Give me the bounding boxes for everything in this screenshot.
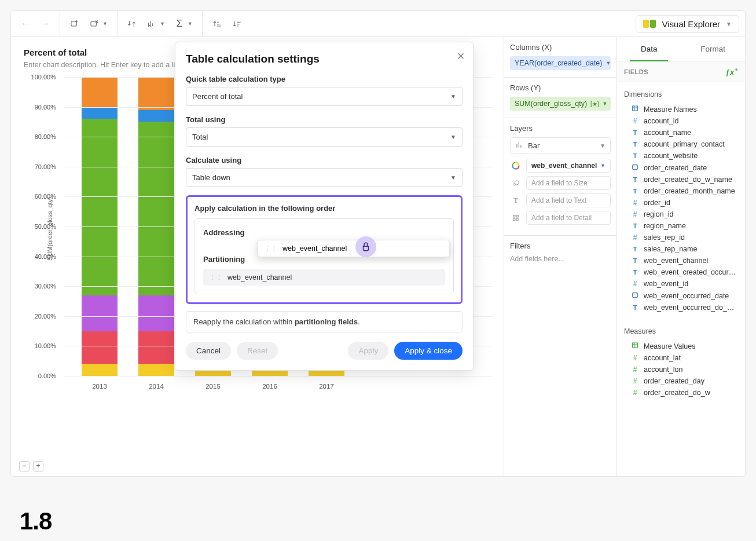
rows-shelf-label: Rows (Y) bbox=[510, 83, 611, 92]
svg-point-7 bbox=[515, 181, 519, 185]
tile-remove-icon[interactable] bbox=[86, 15, 103, 32]
text-enc-slot[interactable]: Add a field to Text bbox=[526, 193, 611, 207]
svg-rect-15 bbox=[633, 343, 638, 348]
toolbar: ← → ▼ ▼ Σ ▼ Visual Explo bbox=[11, 11, 745, 37]
field-item[interactable]: Measure Values bbox=[617, 340, 745, 352]
zoom-out-button[interactable]: − bbox=[19, 461, 30, 471]
bar-icon bbox=[515, 141, 523, 151]
y-tick-label: 80.00% bbox=[26, 133, 56, 140]
tab-format[interactable]: Format bbox=[681, 37, 746, 61]
tile-add-icon[interactable] bbox=[66, 15, 83, 32]
reset-button[interactable]: Reset bbox=[237, 342, 278, 360]
columns-pill[interactable]: YEAR(order_created_date) ▼ bbox=[510, 56, 611, 70]
color-enc-icon bbox=[510, 160, 522, 171]
field-item[interactable]: #order_created_day bbox=[617, 375, 745, 387]
x-tick-label: 2015 bbox=[195, 383, 231, 390]
color-enc-slot[interactable]: web_event_channel ▼ bbox=[526, 159, 611, 173]
y-tick-label: 40.00% bbox=[26, 253, 56, 260]
field-item[interactable]: Tweb_event_channel bbox=[617, 255, 745, 266]
svg-rect-13 bbox=[633, 165, 638, 170]
field-item[interactable]: #sales_rep_id bbox=[617, 232, 745, 243]
chart-bar-segment bbox=[138, 122, 174, 295]
svg-rect-10 bbox=[513, 218, 515, 220]
add-calc-field-icon[interactable]: ƒx+ bbox=[725, 67, 738, 76]
field-item[interactable]: #order_id bbox=[617, 197, 745, 209]
calc-type-select[interactable]: Percent of total▼ bbox=[186, 87, 463, 106]
chevron-down-icon: ▼ bbox=[605, 60, 611, 66]
field-item[interactable]: web_event_occurred_date bbox=[617, 290, 745, 302]
grip-icon: ⋮⋮ bbox=[209, 274, 223, 282]
field-item[interactable]: Tweb_event_created_occurred... bbox=[617, 266, 745, 278]
field-item[interactable]: Tweb_event_occurred_do_w_na... bbox=[617, 302, 745, 313]
chart-bar-segment bbox=[82, 331, 118, 364]
chevron-down-icon[interactable]: ▼ bbox=[188, 21, 193, 27]
chevron-down-icon[interactable]: ▼ bbox=[160, 21, 165, 27]
layers-shelf-label: Layers bbox=[510, 124, 611, 133]
field-item[interactable]: Taccount_website bbox=[617, 150, 745, 162]
field-item[interactable]: #account_lat bbox=[617, 352, 745, 364]
chart-bar-segment bbox=[138, 110, 174, 122]
field-item[interactable]: Torder_created_month_name bbox=[617, 185, 745, 197]
field-item[interactable]: order_created_date bbox=[617, 162, 745, 174]
apply-button[interactable]: Apply bbox=[348, 342, 388, 360]
chart-bar-segment bbox=[82, 107, 118, 119]
chevron-down-icon[interactable]: ▼ bbox=[102, 21, 108, 27]
field-item[interactable]: #account_id bbox=[617, 115, 745, 127]
svg-rect-11 bbox=[516, 218, 518, 220]
detail-enc-slot[interactable]: Add a field to Detail bbox=[526, 211, 611, 225]
chart-bar-segment bbox=[138, 331, 174, 364]
field-item[interactable]: #web_event_id bbox=[617, 278, 745, 290]
sort-desc-icon[interactable] bbox=[228, 15, 245, 32]
field-item[interactable]: #region_id bbox=[617, 209, 745, 220]
apply-close-button[interactable]: Apply & close bbox=[394, 342, 463, 360]
y-tick-label: 10.00% bbox=[26, 342, 56, 349]
forward-button[interactable]: → bbox=[36, 15, 54, 32]
field-item[interactable]: Tregion_name bbox=[617, 220, 745, 232]
chevron-down-icon: ▼ bbox=[600, 142, 605, 149]
field-item[interactable]: Tsales_rep_name bbox=[617, 243, 745, 255]
field-item[interactable]: #order_created_do_w bbox=[617, 387, 745, 399]
tab-data[interactable]: Data bbox=[617, 37, 681, 61]
total-using-select[interactable]: Total▼ bbox=[186, 127, 463, 147]
sort-asc-icon[interactable] bbox=[208, 15, 226, 32]
zoom-in-button[interactable]: + bbox=[33, 461, 43, 471]
filters-dropzone[interactable]: Add fields here... bbox=[510, 255, 611, 263]
size-enc-slot[interactable]: Add a field to Size bbox=[526, 176, 611, 190]
text-enc-icon: T bbox=[510, 195, 522, 206]
chevron-down-icon: ▼ bbox=[603, 101, 608, 107]
chart-bar-segment bbox=[82, 295, 118, 331]
drag-cursor-icon bbox=[355, 236, 376, 257]
grip-icon: ⋮⋮ bbox=[264, 245, 278, 253]
field-item[interactable]: Measure Names bbox=[617, 103, 745, 115]
rows-pill[interactable]: SUM(order_gloss_qty) [★] ▼ bbox=[510, 97, 611, 111]
chart-bar-segment bbox=[82, 77, 118, 107]
svg-rect-9 bbox=[516, 215, 518, 217]
calc-order-panel[interactable]: Addressing YEAR(order_created_date) ⋮⋮ w… bbox=[194, 218, 454, 294]
cancel-button[interactable]: Cancel bbox=[186, 342, 231, 360]
close-icon[interactable]: ✕ bbox=[457, 50, 465, 63]
field-item[interactable]: Torder_created_do_w_name bbox=[617, 174, 745, 185]
chart-config-icon[interactable] bbox=[143, 15, 160, 32]
calculate-using-select[interactable]: Table down▼ bbox=[186, 168, 463, 187]
x-tick-label: 2017 bbox=[309, 383, 344, 390]
field-item[interactable]: Taccount_primary_contact bbox=[617, 138, 745, 150]
sigma-icon[interactable]: Σ bbox=[171, 15, 188, 32]
mode-switcher[interactable]: Visual Explorer ▼ bbox=[636, 15, 739, 33]
calc-hint: Reapply the calculation within partition… bbox=[186, 311, 463, 332]
chart-bar-segment bbox=[138, 364, 174, 376]
partitioning-item[interactable]: ⋮⋮ web_event_channel bbox=[203, 269, 445, 286]
back-button[interactable]: ← bbox=[17, 15, 34, 32]
svg-rect-14 bbox=[633, 293, 638, 298]
chevron-down-icon: ▼ bbox=[726, 21, 732, 27]
y-tick-label: 50.00% bbox=[26, 223, 56, 230]
data-panel: Data Format FIELDS ƒx+ Dimensions Measur… bbox=[616, 37, 745, 476]
field-item[interactable]: Taccount_name bbox=[617, 127, 745, 138]
layer-type-select[interactable]: Bar ▼ bbox=[510, 137, 611, 154]
drag-floating-item[interactable]: ⋮⋮ web_event_channel bbox=[258, 240, 450, 257]
swap-icon[interactable] bbox=[123, 15, 141, 32]
y-tick-label: 20.00% bbox=[26, 313, 56, 320]
svg-rect-12 bbox=[633, 106, 638, 111]
field-item[interactable]: #account_lon bbox=[617, 364, 745, 375]
y-tick-label: 30.00% bbox=[26, 283, 56, 290]
modal-title: Table calculation settings bbox=[186, 53, 463, 65]
